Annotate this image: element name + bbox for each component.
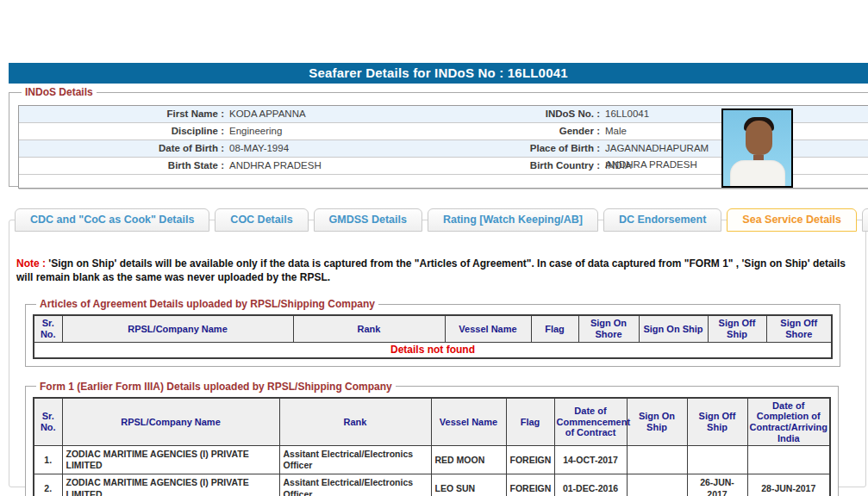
col-flag: Flag <box>506 398 554 446</box>
note-prefix: Note : <box>16 257 48 270</box>
cell-company: ZODIAC MARITIME AGENCIES (I) PRIVATE LIM… <box>62 446 279 474</box>
form1-legend: Form 1 (Earlier Form IIIA) Details uploa… <box>36 381 396 393</box>
indos-details-fieldset: INDoS Details First Name : KODA APPANNA … <box>9 86 868 187</box>
sea-service-panel: Note : 'Sign on Ship' details will be av… <box>9 220 866 487</box>
tab-dc-endorsement[interactable]: DC Endorsement <box>603 208 721 232</box>
birth-state-value: ANDHRA PRADESH <box>224 158 455 174</box>
col-sign-off-ship: Sign Off Ship <box>687 398 747 446</box>
articles-of-agreement-table: Sr. No. RPSL/Company Name Rank Vessel Na… <box>33 314 833 358</box>
cell-vessel: LEO SUN <box>431 474 506 496</box>
cell-sign-on-ship <box>627 446 687 474</box>
gender-value: Male <box>600 123 709 140</box>
cell-rank: Assitant Electrical/Electronics Officer <box>279 474 431 496</box>
first-name-label: First Name : <box>19 106 224 122</box>
discipline-value: Engineering <box>224 123 455 140</box>
form1-table: Sr. No. RPSL/Company Name Rank Vessel Na… <box>33 397 831 496</box>
details-not-found-message: Details not found <box>34 342 832 358</box>
cell-flag: FOREIGN <box>506 446 554 474</box>
detail-tabs: CDC and "CoC as Cook" Details COC Detail… <box>15 208 868 232</box>
note-text: 'Sign on Ship' details will be available… <box>16 257 846 283</box>
cell-sr-no: 1. <box>34 446 62 474</box>
table-header-row: Sr. No. RPSL/Company Name Rank Vessel Na… <box>34 398 830 446</box>
photo-shirt <box>730 160 785 188</box>
cell-completion <box>747 446 830 474</box>
page-title: Seafarer Details for INDoS No : 16LL0041 <box>9 63 868 84</box>
cell-vessel: RED MOON <box>431 446 506 474</box>
birth-country-value: INDIA <box>600 158 709 174</box>
cell-sr-no: 2. <box>34 474 62 496</box>
birth-country-label: Birth Country : <box>455 158 600 174</box>
photo-head <box>746 121 772 155</box>
indos-no-label: INDoS No. : <box>455 106 600 122</box>
cell-commencement: 14-OCT-2017 <box>554 446 627 474</box>
cell-sign-on-ship <box>627 474 687 496</box>
cell-sign-off-ship: 26-JUN-2017 <box>687 474 747 496</box>
col-company: RPSL/Company Name <box>62 398 279 446</box>
tab-rating-watchkeeping[interactable]: Rating [Watch Keeping/AB] <box>428 208 598 232</box>
col-rank: Rank <box>279 398 431 446</box>
col-commencement: Date of Commencement of Contract <box>554 398 627 446</box>
indos-details-legend: INDoS Details <box>22 86 97 98</box>
place-of-birth-value: JAGANNADHAPURAM ANDHRA PRADESH <box>600 140 709 157</box>
place-of-birth-label: Place of Birth : <box>455 140 600 157</box>
birth-state-label: Birth State : <box>19 158 224 174</box>
col-company: RPSL/Company Name <box>62 315 293 342</box>
seafarer-photo <box>721 108 793 188</box>
col-flag: Flag <box>531 315 578 342</box>
col-sign-off-shore: Sign Off Shore <box>766 315 832 342</box>
table-row: 1. ZODIAC MARITIME AGENCIES (I) PRIVATE … <box>34 446 830 474</box>
col-sign-off-ship: Sign Off Ship <box>708 315 766 342</box>
tab-coc-details[interactable]: COC Details <box>215 208 308 232</box>
tab-training-details[interactable]: Training Details <box>862 208 868 232</box>
col-sign-on-ship: Sign On Ship <box>639 315 708 342</box>
col-rank: Rank <box>293 315 445 342</box>
articles-of-agreement-legend: Articles of Agreement Details uploaded b… <box>36 298 378 310</box>
date-of-birth-value: 08-MAY-1994 <box>224 140 455 157</box>
cell-completion: 28-JUN-2017 <box>747 474 830 496</box>
articles-of-agreement-fieldset: Articles of Agreement Details uploaded b… <box>25 298 840 366</box>
form1-fieldset: Form 1 (Earlier Form IIIA) Details uploa… <box>25 381 839 496</box>
col-sign-on-shore: Sign On Shore <box>578 315 639 342</box>
indos-no-value: 16LL0041 <box>600 106 709 122</box>
col-vessel: Vessel Name <box>445 315 531 342</box>
indos-details-box: First Name : KODA APPANNA INDoS No. : 16… <box>18 105 868 189</box>
col-sign-on-ship: Sign On Ship <box>627 398 687 446</box>
col-sr-no: Sr. No. <box>34 398 62 446</box>
table-row: 2. ZODIAC MARITIME AGENCIES (I) PRIVATE … <box>34 474 830 496</box>
cell-sign-off-ship <box>687 446 747 474</box>
cell-commencement: 01-DEC-2016 <box>554 474 627 496</box>
date-of-birth-label: Date of Birth : <box>19 140 224 157</box>
col-completion: Date of Completion of Contract/Arriving … <box>747 398 830 446</box>
tab-cdc-coc-cook-details[interactable]: CDC and "CoC as Cook" Details <box>15 208 209 232</box>
table-header-row: Sr. No. RPSL/Company Name Rank Vessel Na… <box>34 315 832 342</box>
tab-sea-service-details[interactable]: Sea Service Details <box>727 208 857 232</box>
first-name-value: KODA APPANNA <box>224 106 455 122</box>
tab-gmdss-details[interactable]: GMDSS Details <box>314 208 422 232</box>
sign-on-ship-note: Note : 'Sign on Ship' details will be av… <box>16 257 859 284</box>
cell-company: ZODIAC MARITIME AGENCIES (I) PRIVATE LIM… <box>62 474 279 496</box>
col-sr-no: Sr. No. <box>34 315 62 342</box>
cell-flag: FOREIGN <box>506 474 554 496</box>
discipline-label: Discipline : <box>19 123 224 140</box>
empty-row: Details not found <box>34 342 832 358</box>
gender-label: Gender : <box>455 123 600 140</box>
col-vessel: Vessel Name <box>431 398 506 446</box>
cell-rank: Assitant Electrical/Electronics Officer <box>279 446 431 474</box>
